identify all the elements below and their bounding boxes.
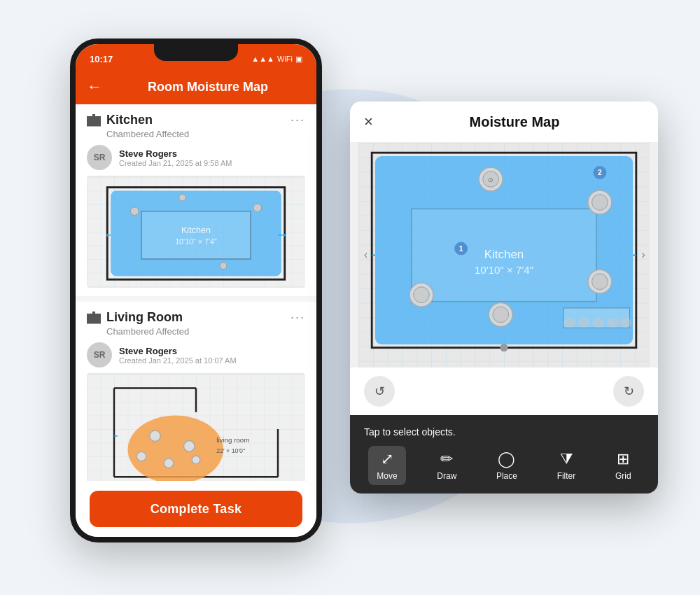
kitchen-user-date: Created Jan 21, 2025 at 9:58 AM [119,159,232,167]
living-room-title-wrap: Living Room [87,310,183,325]
svg-point-26 [136,451,146,461]
kitchen-header: Kitchen ··· [87,113,305,127]
svg-text:1: 1 [459,245,463,253]
svg-point-52 [414,287,430,303]
living-room-user-name: Steve Rogers [119,346,237,356]
grid-icon: ⊞ [617,450,629,468]
living-room-more-dots[interactable]: ··· [290,310,305,325]
status-icons: ▲▲▲ WiFi ▣ [251,55,302,64]
svg-point-22 [128,416,224,484]
svg-text:10'10" × 7'4": 10'10" × 7'4" [475,264,533,276]
undo-button[interactable]: ↺ [364,376,395,407]
kitchen-subtitle: Chambered Affected [106,129,305,139]
signal-icon: ▲▲▲ [251,55,274,63]
living-room-user-date: Created Jan 21, 2025 at 10:07 AM [119,356,237,365]
svg-point-24 [183,441,195,452]
svg-text:22' × 10'0": 22' × 10'0" [216,447,245,454]
svg-rect-37 [564,318,575,328]
svg-point-25 [164,458,174,468]
svg-point-27 [192,456,200,464]
modal-toolbar: Tap to select objects. ⤢ Move ✏ Draw ◯ P… [350,415,658,493]
svg-point-11 [130,207,139,216]
phone-notch [154,44,238,61]
room-icon-living-room [87,312,101,324]
svg-text:2: 2 [598,169,602,176]
draw-label: Draw [437,471,456,481]
place-label: Place [496,471,517,481]
wifi-icon: WiFi [277,55,293,63]
svg-text:Kitchen: Kitchen [181,225,211,235]
phone-title: Room Moisture Map [111,80,305,94]
kitchen-more-dots[interactable]: ··· [290,113,305,127]
toolbar-items: ⤢ Move ✏ Draw ◯ Place ⧩ Filter ⊞ Grid [350,443,658,488]
svg-text:‹: ‹ [364,248,368,261]
draw-icon: ✏ [440,450,453,468]
kitchen-title-wrap: Kitchen [87,113,153,127]
filter-icon: ⧩ [560,450,573,468]
living-room-name: Living Room [106,310,183,325]
svg-point-14 [220,262,227,270]
kitchen-user-name: Steve Rogers [119,148,232,159]
grid-label: Grid [615,471,631,481]
toolbar-item-draw[interactable]: ✏ Draw [428,446,465,485]
kitchen-name: Kitchen [106,113,153,127]
svg-point-54 [493,307,509,323]
modal-title: Moisture Map [385,114,644,130]
living-room-map-preview[interactable]: living room 22' × 10'0" [87,373,305,485]
svg-text:10'10" × 7'4": 10'10" × 7'4" [175,237,217,246]
complete-task-button[interactable]: Complete Task [90,491,302,527]
svg-text:Kitchen: Kitchen [484,248,524,261]
kitchen-section: Kitchen ··· Chambered Affected SR Steve … [76,104,316,296]
svg-point-48 [592,195,608,211]
svg-text:living room: living room [216,437,249,444]
svg-rect-40 [607,318,619,328]
living-room-user-row: SR Steve Rogers Created Jan 21, 2025 at … [87,342,305,368]
living-room-header: Living Room ··· [87,310,305,325]
room-icon-kitchen [87,114,101,127]
svg-text:›: › [641,248,645,261]
complete-task-wrapper: Complete Task [76,481,316,537]
svg-point-13 [253,204,262,212]
move-icon: ⤢ [381,450,393,468]
living-room-section: Living Room ··· Chambered Affected SR St… [76,302,316,488]
toolbar-item-place[interactable]: ◯ Place [488,446,526,485]
redo-button[interactable]: ↻ [613,376,644,407]
svg-point-12 [179,194,186,201]
move-label: Move [377,471,397,481]
kitchen-user-info: Steve Rogers Created Jan 21, 2025 at 9:5… [119,148,232,167]
scene: 10:17 ▲▲▲ WiFi ▣ ← Room Moisture Map Kit… [35,18,665,578]
modal-close-button[interactable]: × [364,113,385,131]
place-icon: ◯ [498,450,515,468]
modal-controls: ↺ ↻ [350,368,658,415]
modal-header: × Moisture Map [350,102,658,143]
phone-header: ← Room Moisture Map [76,69,316,104]
svg-point-63 [500,344,507,351]
kitchen-map-preview[interactable]: Kitchen 10'10" × 7'4" [87,176,305,288]
svg-rect-41 [620,318,631,328]
svg-point-50 [592,274,608,290]
back-button[interactable]: ← [87,78,102,96]
svg-text:⊙: ⊙ [488,176,493,183]
status-time: 10:17 [90,54,113,64]
phone-device: 10:17 ▲▲▲ WiFi ▣ ← Room Moisture Map Kit… [70,38,322,542]
modal-map-area[interactable]: Kitchen 10'10" × 7'4" ⊙ 2 [350,143,658,368]
kitchen-user-row: SR Steve Rogers Created Jan 21, 2025 at … [87,145,305,170]
living-room-subtitle: Chambered Affected [106,326,305,337]
phone-content: Kitchen ··· Chambered Affected SR Steve … [76,104,316,488]
battery-icon: ▣ [295,55,302,64]
svg-rect-39 [593,318,605,328]
toolbar-item-grid[interactable]: ⊞ Grid [607,446,640,485]
kitchen-user-avatar: SR [87,145,112,170]
svg-point-23 [150,430,161,442]
toolbar-item-filter[interactable]: ⧩ Filter [549,446,584,485]
svg-rect-38 [578,318,590,328]
living-room-user-info: Steve Rogers Created Jan 21, 2025 at 10:… [119,346,237,365]
toolbar-item-move[interactable]: ⤢ Move [368,446,405,485]
living-room-user-avatar: SR [87,342,112,368]
moisture-modal: × Moisture Map [350,102,658,493]
modal-hint: Tap to select objects. [350,421,658,443]
filter-label: Filter [557,471,576,481]
